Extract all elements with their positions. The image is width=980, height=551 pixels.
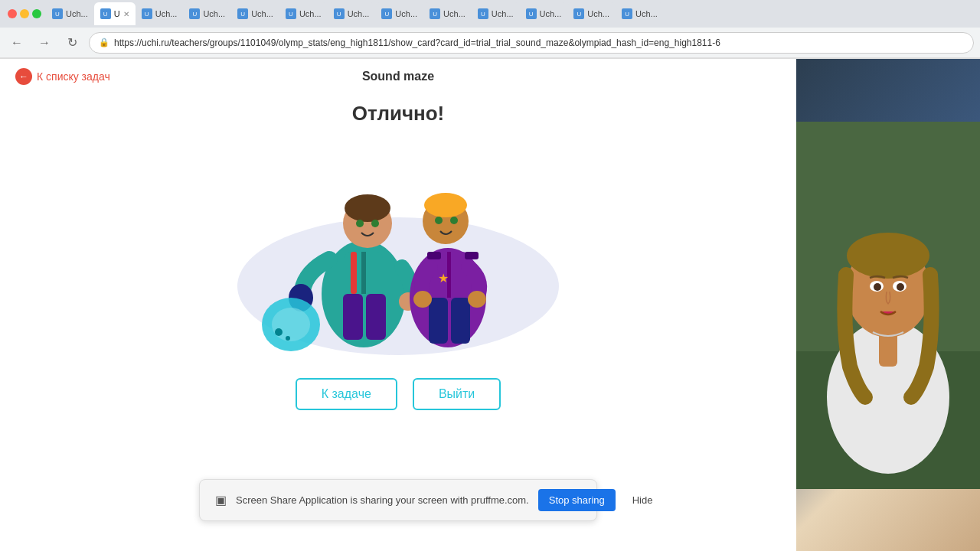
tab-label: Uch...	[348, 9, 370, 18]
tab-label: Uch...	[395, 9, 417, 18]
stop-sharing-button[interactable]: Stop sharing	[538, 489, 616, 511]
screen-share-icon: ▣	[215, 493, 227, 507]
browser-tab[interactable]: U Uch...	[423, 2, 472, 25]
browser-tab[interactable]: U Uch...	[46, 2, 94, 25]
browser-tab[interactable]: U Uch...	[567, 2, 616, 25]
svg-rect-26	[429, 298, 448, 344]
webcam-video	[796, 59, 980, 551]
tab-label: Uch...	[155, 9, 178, 18]
tab-label: Uch...	[443, 9, 466, 18]
back-label: К списку задач	[37, 70, 110, 83]
tab-favicon: U	[622, 8, 632, 19]
tab-label: Uch...	[492, 9, 514, 18]
maximize-window-button[interactable]	[32, 9, 41, 18]
tab-label: Uch...	[299, 9, 322, 18]
close-window-button[interactable]	[8, 9, 17, 18]
screen-share-text: Screen Share Application is sharing your…	[236, 494, 529, 506]
browser-chrome: U Uch... U U ✕ U Uch... U Uch... U Uch..…	[0, 0, 980, 59]
webcam-person-svg	[796, 59, 980, 551]
browser-tab[interactable]: U Uch...	[328, 2, 376, 25]
minimize-window-button[interactable]	[20, 9, 29, 18]
tab-favicon: U	[573, 8, 584, 19]
svg-rect-7	[351, 252, 357, 294]
browser-tab[interactable]: U Uch...	[520, 2, 568, 25]
refresh-button[interactable]: ↻	[61, 32, 83, 54]
browser-controls	[3, 9, 46, 18]
lock-icon: 🔒	[99, 37, 109, 47]
svg-point-12	[272, 308, 310, 341]
svg-text:★: ★	[438, 272, 449, 285]
browser-tab[interactable]: U Uch...	[231, 2, 279, 25]
webcam-panel	[796, 59, 980, 551]
svg-rect-9	[366, 294, 386, 340]
to-task-button[interactable]: К задаче	[296, 378, 397, 410]
svg-point-38	[874, 283, 881, 291]
tab-label: Uch...	[203, 9, 225, 18]
svg-point-29	[468, 291, 486, 308]
svg-point-20	[450, 217, 458, 224]
browser-tab[interactable]: U Uch...	[183, 2, 231, 25]
tab-favicon: U	[381, 8, 392, 19]
browser-tab[interactable]: U Uch...	[472, 2, 520, 25]
tab-favicon: U	[100, 8, 111, 19]
browser-tab[interactable]: U Uch...	[136, 2, 184, 25]
tab-favicon: U	[526, 8, 537, 19]
back-to-list-button[interactable]: ← К списку задач	[15, 68, 110, 85]
screen-share-banner: ▣ Screen Share Application is sharing yo…	[199, 479, 597, 521]
tab-label: Uch...	[587, 9, 609, 18]
svg-point-4	[371, 220, 379, 227]
svg-rect-24	[427, 252, 441, 259]
svg-point-39	[897, 283, 904, 291]
tab-label: U	[114, 9, 120, 18]
tab-label: Uch...	[251, 9, 273, 18]
success-message: Отлично!	[352, 102, 444, 126]
svg-point-19	[435, 217, 443, 224]
svg-point-13	[275, 328, 283, 336]
browser-tab[interactable]: U Uch...	[279, 2, 328, 25]
svg-point-35	[847, 233, 929, 279]
svg-point-3	[356, 220, 364, 227]
browser-tab[interactable]: U Uch...	[375, 2, 423, 25]
svg-rect-6	[361, 252, 366, 294]
tab-close-button[interactable]: ✕	[123, 10, 129, 18]
tab-label: Uch...	[66, 9, 88, 18]
tab-favicon: U	[334, 8, 345, 19]
tab-favicon: U	[478, 8, 488, 19]
action-buttons: К задаче Выйти	[296, 378, 501, 410]
tab-bar: U Uch... U U ✕ U Uch... U Uch... U Uch..…	[0, 0, 980, 28]
tab-favicon: U	[189, 8, 200, 19]
browser-tab-active[interactable]: U U ✕	[94, 2, 136, 25]
address-text: https://uchi.ru/teachers/groups/1101049/…	[114, 37, 720, 48]
address-bar[interactable]: 🔒 https://uchi.ru/teachers/groups/110104…	[89, 32, 974, 54]
svg-rect-25	[465, 252, 479, 259]
back-button[interactable]: ←	[6, 32, 28, 54]
svg-rect-27	[451, 298, 470, 344]
characters-svg: ★	[245, 141, 551, 355]
hide-banner-button[interactable]: Hide	[625, 489, 661, 511]
tab-label: Uch...	[540, 9, 562, 18]
tab-label: Uch...	[635, 9, 658, 18]
forward-button[interactable]: →	[34, 32, 55, 54]
page-title: Sound maze	[362, 70, 434, 83]
tab-favicon: U	[142, 8, 152, 19]
page-content: ← К списку задач Sound maze Отлично!	[0, 59, 796, 551]
characters-illustration: ★	[214, 141, 582, 355]
navigation-bar: ← → ↻ 🔒 https://uchi.ru/teachers/groups/…	[0, 28, 980, 58]
svg-point-28	[413, 291, 432, 308]
main-area: ← К списку задач Sound maze Отлично!	[0, 59, 980, 551]
tab-favicon: U	[237, 8, 248, 19]
back-arrow-icon: ←	[15, 68, 32, 85]
tab-favicon: U	[430, 8, 440, 19]
tab-favicon: U	[286, 8, 296, 19]
page-header: ← К списку задач Sound maze	[0, 59, 796, 94]
exit-button[interactable]: Выйти	[413, 378, 501, 410]
browser-tab[interactable]: U Uch...	[616, 2, 664, 25]
svg-point-14	[286, 336, 290, 341]
tab-favicon: U	[52, 8, 63, 19]
svg-point-18	[424, 193, 467, 217]
svg-point-2	[345, 194, 390, 222]
svg-rect-8	[343, 294, 363, 340]
